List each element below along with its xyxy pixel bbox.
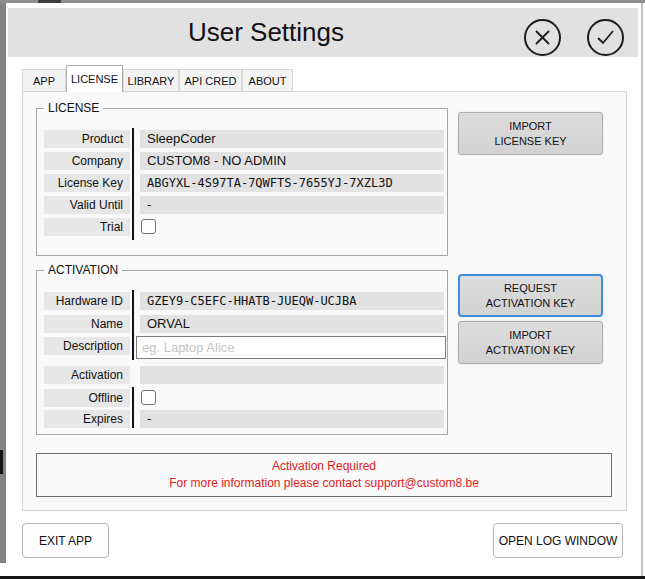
check-circle-icon (596, 30, 615, 45)
window-frame-left (0, 3, 6, 563)
tab-api-cred[interactable]: API CRED (179, 69, 242, 91)
tab-about[interactable]: ABOUT (242, 69, 293, 91)
activation-rows-divider-lower (132, 387, 134, 428)
tab-app[interactable]: APP (22, 69, 66, 91)
import-license-key-button[interactable]: IMPORT LICENSE KEY (458, 112, 603, 155)
valid-until-value: - (140, 196, 444, 214)
license-key-label: License Key (44, 174, 130, 192)
tab-library[interactable]: LIBRARY (123, 69, 179, 91)
window-frame-left-notch (0, 450, 3, 474)
window-frame-top (0, 0, 645, 3)
window-frame-right (641, 3, 643, 576)
activation-value (140, 366, 444, 384)
description-input[interactable] (136, 336, 446, 359)
offline-checkbox[interactable] (141, 390, 156, 405)
dialog-title: User Settings (8, 17, 524, 48)
product-value: SleepCoder (140, 130, 444, 148)
name-label: Name (44, 315, 130, 333)
confirm-button[interactable] (587, 19, 624, 56)
activation-warning-box: Activation Required For more information… (36, 453, 612, 497)
activation-warning-detail: For more information please contact supp… (169, 475, 479, 492)
description-label: Description (44, 337, 130, 355)
company-label: Company (44, 152, 130, 170)
hardware-id-label: Hardware ID (44, 292, 130, 310)
product-label: Product (44, 130, 130, 148)
activation-rows-divider-upper (132, 290, 134, 360)
request-activation-key-button[interactable]: REQUEST ACTIVATION KEY (458, 274, 603, 317)
license-rows-divider (132, 128, 134, 240)
open-log-window-button[interactable]: OPEN LOG WINDOW (493, 523, 623, 558)
window-frame-top-tab (38, 0, 61, 3)
expires-value: - (140, 410, 444, 428)
name-value: ORVAL (140, 315, 444, 333)
license-legend: LICENSE (44, 101, 103, 115)
hardware-id-value: GZEY9-C5EFC-HHATB-JUEQW-UCJBA (140, 292, 444, 310)
activation-warning-title: Activation Required (272, 458, 376, 475)
tab-license[interactable]: LICENSE (66, 65, 123, 92)
import-activation-key-button[interactable]: IMPORT ACTIVATION KEY (458, 321, 603, 364)
x-circle-icon (534, 29, 551, 46)
cancel-button[interactable] (524, 19, 561, 56)
activation-legend: ACTIVATION (44, 263, 122, 277)
offline-label: Offline (44, 389, 130, 407)
activation-label: Activation (44, 366, 130, 384)
license-key-value: ABGYXL-4S97TA-7QWFTS-7655YJ-7XZL3D (140, 174, 444, 192)
valid-until-label: Valid Until (44, 196, 130, 214)
trial-checkbox[interactable] (141, 219, 156, 234)
trial-label: Trial (44, 218, 130, 236)
exit-app-button[interactable]: EXIT APP (22, 523, 109, 558)
expires-label: Expires (44, 410, 130, 428)
company-value: CUSTOM8 - NO ADMIN (140, 152, 444, 170)
